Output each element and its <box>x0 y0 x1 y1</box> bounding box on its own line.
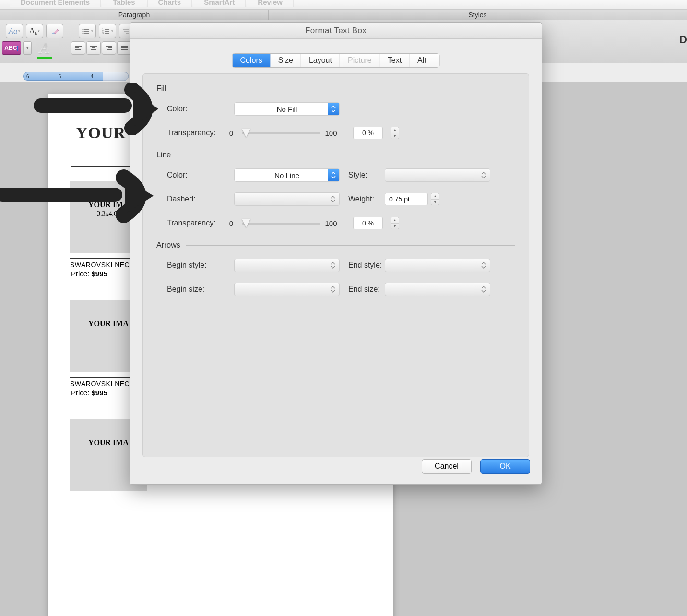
align-center-button[interactable] <box>86 41 101 55</box>
label-end-size: End size: <box>340 285 385 294</box>
line-transparency-max: 100 <box>324 219 338 227</box>
line-transparency-slider[interactable] <box>242 221 320 225</box>
line-transparency-stepper[interactable]: ▴▾ <box>391 217 399 229</box>
toolbar-buttons: Aa▾ Ab▾ ▾ 123 ▾ ▾ <box>6 24 136 38</box>
chevron-up-icon: ▴ <box>391 217 399 224</box>
svg-rect-20 <box>91 49 96 50</box>
section-fill-label: Fill <box>156 84 515 93</box>
chevron-down-icon <box>328 103 339 115</box>
line-color-popup[interactable]: No Line <box>234 168 340 182</box>
chevron-up-icon: ▴ <box>391 127 399 133</box>
svg-rect-14 <box>126 33 129 33</box>
align-right-button[interactable] <box>102 41 116 55</box>
svg-point-2 <box>83 31 84 32</box>
line-transparency-input[interactable]: 0 % <box>353 217 383 229</box>
svg-rect-22 <box>108 47 112 48</box>
tab-tables[interactable]: Tables <box>102 0 146 7</box>
row-arrow-size: Begin size: End size: <box>156 280 515 298</box>
fill-transparency-input[interactable]: 0 % <box>353 127 383 139</box>
line-transparency-min: 0 <box>225 219 238 227</box>
svg-rect-7 <box>105 29 109 30</box>
line-dashed-popup[interactable] <box>234 192 340 206</box>
line-color-value: No Line <box>274 171 299 179</box>
line-weight-input[interactable]: 0.75 pt <box>385 193 428 205</box>
svg-rect-3 <box>84 31 89 32</box>
section-line-label: Line <box>156 151 515 159</box>
tab-colors-and-lines[interactable]: Colors and Lines <box>233 54 271 67</box>
svg-point-0 <box>83 29 84 30</box>
highlight-button[interactable]: Ab▾ <box>26 24 43 38</box>
font-bigletter-icon[interactable]: A <box>37 38 52 59</box>
chevron-updown-icon <box>329 193 337 205</box>
label-begin-style: Begin style: <box>167 261 225 270</box>
chevron-updown-icon <box>329 283 337 296</box>
chevron-down-icon: ▾ <box>431 200 439 205</box>
label-begin-size: Begin size: <box>167 285 225 294</box>
chevron-updown-icon <box>329 259 337 272</box>
svg-rect-12 <box>123 29 129 29</box>
row-line-transparency: Transparency: 0 100 0 % ▴▾ <box>156 214 515 232</box>
group-styles-label: Styles <box>269 10 687 20</box>
section-arrows-label: Arrows <box>156 241 515 249</box>
chevron-updown-icon <box>479 283 488 296</box>
chevron-updown-icon <box>479 259 488 272</box>
svg-rect-24 <box>121 46 128 47</box>
ok-button[interactable]: OK <box>480 459 530 474</box>
svg-point-4 <box>83 33 84 34</box>
fill-color-popup[interactable]: No Fill <box>234 102 340 116</box>
label-line-weight: Weight: <box>340 195 385 203</box>
fill-color-value: No Fill <box>277 105 297 113</box>
fill-transparency-slider[interactable] <box>242 130 320 135</box>
fill-transparency-stepper[interactable]: ▴▾ <box>391 127 399 139</box>
ribbon-group-labels: Paragraph Styles <box>0 10 687 20</box>
dialog-panel: Fill Color: No Fill Transparency: 0 100 … <box>142 73 529 457</box>
cancel-button[interactable]: Cancel <box>422 459 472 474</box>
line-style-popup[interactable] <box>385 168 490 182</box>
numbering-button[interactable]: 123 ▾ <box>99 24 116 38</box>
end-style-popup[interactable] <box>385 259 490 272</box>
svg-rect-9 <box>105 31 109 32</box>
svg-rect-23 <box>107 49 112 50</box>
svg-rect-5 <box>84 33 89 34</box>
svg-rect-18 <box>90 46 97 47</box>
svg-rect-1 <box>84 29 89 30</box>
text-highlight-color-chevron[interactable]: ▾ <box>23 41 32 55</box>
label-line-style: Style: <box>340 171 385 179</box>
tab-alt-text[interactable]: Alt Text <box>410 54 439 67</box>
tab-review[interactable]: Review <box>247 0 294 7</box>
group-paragraph-label: Paragraph <box>0 10 269 20</box>
alignment-group <box>71 41 131 55</box>
label-fill-transparency: Transparency: <box>167 129 225 137</box>
svg-rect-25 <box>121 47 128 48</box>
end-size-popup[interactable] <box>385 283 490 296</box>
chevron-down-icon <box>328 169 339 181</box>
fill-transparency-min: 0 <box>225 129 238 137</box>
tab-smartart[interactable]: SmartArt <box>193 0 246 7</box>
text-highlight-color-button[interactable]: ABC| <box>2 41 21 55</box>
tab-document-elements[interactable]: Document Elements <box>10 0 101 7</box>
svg-rect-21 <box>106 46 112 47</box>
eraser-button[interactable] <box>46 24 63 38</box>
chevron-down-icon: ▾ <box>391 133 399 139</box>
label-end-style: End style: <box>340 261 385 270</box>
font-color-button[interactable]: Aa▾ <box>6 24 23 38</box>
begin-style-popup[interactable] <box>234 259 340 272</box>
dialog-button-row: Cancel OK <box>422 459 530 474</box>
label-fill-color: Color: <box>167 105 225 113</box>
svg-rect-16 <box>75 47 79 48</box>
tab-size[interactable]: Size <box>271 54 301 67</box>
chevron-up-icon: ▴ <box>431 193 439 200</box>
tab-text-box[interactable]: Text Box <box>380 54 410 67</box>
begin-size-popup[interactable] <box>234 283 340 296</box>
row-arrow-style: Begin style: End style: <box>156 256 515 274</box>
label-line-color: Color: <box>167 171 225 179</box>
tab-charts[interactable]: Charts <box>147 0 192 7</box>
horizontal-ruler-end[interactable] <box>103 72 129 81</box>
row-line-dashed: Dashed: Weight: 0.75 pt ▴▾ <box>156 190 515 208</box>
svg-rect-19 <box>92 47 95 48</box>
bullets-button[interactable]: ▾ <box>79 24 96 38</box>
line-weight-stepper[interactable]: ▴▾ <box>431 193 439 205</box>
align-left-button[interactable] <box>71 41 85 55</box>
tab-layout[interactable]: Layout <box>301 54 340 67</box>
svg-text:3: 3 <box>102 32 104 35</box>
